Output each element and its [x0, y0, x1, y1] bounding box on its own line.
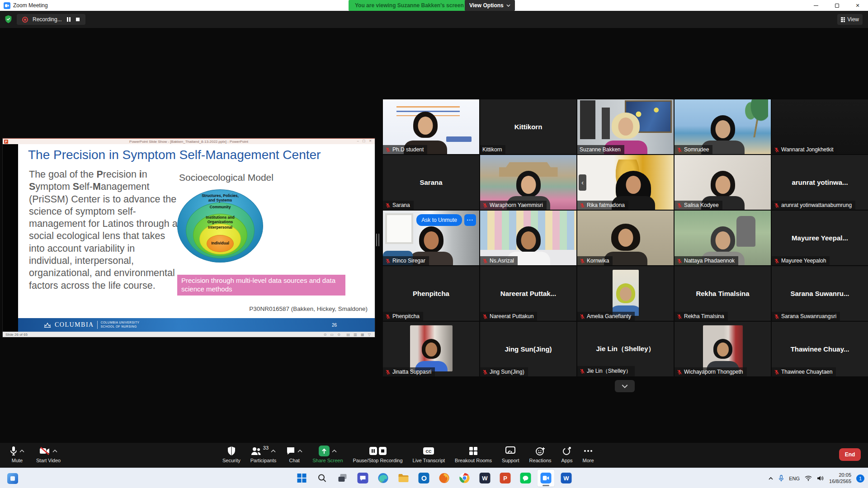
- participant-tile-somrudee[interactable]: Somrudee: [675, 99, 771, 154]
- participant-tile-kornwika[interactable]: Kornwika: [577, 211, 674, 265]
- participant-tile-jing-sun-jing[interactable]: Jing Sun(Jing)Jing Sun(Jing): [480, 322, 576, 376]
- recording-label: Recording...: [33, 16, 62, 23]
- chevron-up-icon[interactable]: [297, 450, 302, 453]
- toolbar-reactions-button[interactable]: Reactions: [529, 445, 552, 463]
- minimize-button[interactable]: [806, 0, 826, 11]
- participant-name-label: Kornwika: [577, 256, 613, 265]
- participant-tile-jie-lin-shelley[interactable]: Jie Lin（Shelley）Jie Lin（Shelley）: [577, 322, 674, 376]
- toolbar-label: Pause/Stop Recording: [353, 458, 403, 463]
- wifi-icon[interactable]: [805, 475, 812, 481]
- toolbar-participants-button[interactable]: 33Participants: [250, 445, 276, 463]
- hidden-icons-chevron[interactable]: [768, 477, 774, 480]
- participant-tile-arunrat-yotinwattanabumrung[interactable]: arunrat yotinwa...arunrat yotinwattanabu…: [772, 155, 868, 210]
- language-indicator[interactable]: ENG: [789, 476, 800, 481]
- taskbar-file-explorer-icon[interactable]: [395, 469, 413, 487]
- powerpoint-status-icons[interactable]: ⊙ ▭ ⊙ ▤ ▥ ▦ ▽: [324, 333, 372, 337]
- avatar: [703, 325, 743, 371]
- powerpoint-title: PowerPoint Slide Show - [Bakken_Thailand…: [129, 140, 248, 144]
- taskbar-chrome-icon[interactable]: [456, 469, 474, 487]
- chevron-up-icon[interactable]: [52, 450, 57, 453]
- toolbar-label: Live Transcript: [413, 458, 445, 463]
- volume-icon[interactable]: [817, 475, 824, 481]
- participant-tile-sarana-suwanruangsri[interactable]: Sarana Suwanru...Sarana Suwanruangsri: [772, 266, 868, 321]
- toolbar-start-video-button[interactable]: Start Video: [36, 445, 61, 463]
- muted-mic-icon: [482, 369, 488, 375]
- panel-resize-handle[interactable]: [376, 234, 379, 246]
- participant-tile-wannarat-jongkhetkit[interactable]: Wannarat Jongkhetkit: [772, 99, 868, 154]
- taskbar-powerpoint-icon[interactable]: P: [496, 469, 514, 487]
- shared-screen: P PowerPoint Slide Show - [Bakken_Thaila…: [3, 138, 375, 337]
- toolbar-apps-button[interactable]: Apps: [561, 445, 573, 463]
- gallery-view-button[interactable]: View: [837, 14, 863, 25]
- participant-tile-salisa-kodyee[interactable]: Salisa Kodyee: [675, 155, 771, 210]
- participant-name-label: Phenpitcha: [383, 312, 423, 321]
- participant-tile-suzanne-bakken[interactable]: Suzanne Bakken: [577, 99, 674, 154]
- toolbar-pause-stop-recording-button[interactable]: Pause/Stop Recording: [353, 445, 403, 463]
- participant-tile-nareerat-puttakun[interactable]: Nareerat Puttak...Nareerat Puttakun: [480, 266, 576, 321]
- participant-tile-ns-asrizal[interactable]: Ns.Asrizal: [480, 211, 576, 265]
- participant-tile-waraphorn-yaemmisri[interactable]: Waraphorn Yaemmisri: [480, 155, 576, 210]
- muted-mic-icon: [385, 258, 391, 264]
- participant-name: Rekha Timalsina: [684, 313, 724, 319]
- taskbar-outlook-icon[interactable]: [415, 469, 433, 487]
- participant-name: Thawinee Chuaytaen: [781, 369, 832, 375]
- toolbar-mute-button[interactable]: Mute: [10, 445, 24, 463]
- stop-recording-button[interactable]: [75, 17, 80, 22]
- windows-taskbar: WPW ENG 20:05 16/8/2565 1: [0, 468, 868, 488]
- participant-name: Amelia Ganefianty: [587, 313, 631, 319]
- restore-button[interactable]: [826, 0, 847, 11]
- participant-name: Somrudee: [684, 146, 709, 153]
- gallery-previous-page-button[interactable]: ‹: [579, 174, 586, 191]
- participant-tile-rekha-timalsina[interactable]: Rekha TimalsinaRekha Timalsina: [675, 266, 771, 321]
- notification-badge[interactable]: 1: [856, 474, 864, 483]
- taskbar-start-icon[interactable]: [293, 469, 311, 487]
- taskbar-zoom-icon[interactable]: [537, 469, 555, 487]
- chevron-down-icon: [506, 4, 510, 7]
- toolbar-label: Reactions: [529, 458, 552, 463]
- toolbar-security-button[interactable]: Security: [222, 445, 241, 463]
- participant-tile-nattaya-phadaennok[interactable]: Nattaya Phadaennok: [675, 211, 771, 265]
- columbia-wordmark: COLUMBIA: [55, 321, 94, 328]
- toolbar-chat-button[interactable]: Chat: [286, 445, 302, 463]
- participant-tile-thawinee-chuaytaen[interactable]: Thawinee Chuay...Thawinee Chuaytaen: [772, 322, 868, 376]
- taskbar-word-icon[interactable]: W: [557, 469, 576, 487]
- participant-tile-rika-fatmadona[interactable]: ‹Rika fatmadona: [577, 155, 674, 210]
- participant-name-label: Rekha Timalsina: [675, 312, 728, 321]
- ask-to-unmute-button[interactable]: Ask to Unmute: [416, 214, 462, 226]
- toolbar-support-button[interactable]: Support: [502, 445, 519, 463]
- participant-tile-phenpitcha[interactable]: PhenpitchaPhenpitcha: [383, 266, 479, 321]
- participant-tile-jinatta-suppasri[interactable]: Jinatta Suppasri: [383, 322, 479, 376]
- toolbar-live-transcript-button[interactable]: CCLive Transcript: [413, 445, 445, 463]
- chevron-up-icon[interactable]: [271, 450, 276, 453]
- toolbar-more-button[interactable]: More: [583, 445, 594, 463]
- powerpoint-icon: P: [4, 140, 8, 144]
- chevron-up-icon[interactable]: [19, 450, 24, 453]
- taskbar-firefox-icon[interactable]: [435, 469, 453, 487]
- taskbar-search-icon[interactable]: [313, 469, 331, 487]
- toolbar-breakout-rooms-button[interactable]: Breakout Rooms: [455, 445, 492, 463]
- taskbar-corner-app-icon[interactable]: [5, 470, 21, 487]
- pause-recording-button[interactable]: [66, 17, 71, 22]
- taskbar-word-dark-icon[interactable]: W: [476, 469, 494, 487]
- participant-tile-amelia-ganefianty[interactable]: Amelia Ganefianty: [577, 266, 674, 321]
- participant-tile-rinco-siregar[interactable]: Ask to Unmute···Rinco Siregar: [383, 211, 479, 265]
- participant-tile-ph-d-student[interactable]: Ph.D student: [383, 99, 479, 154]
- taskbar-task-view-icon[interactable]: [334, 469, 352, 487]
- toolbar-share-screen-button[interactable]: Share Screen: [312, 445, 343, 463]
- clock[interactable]: 20:05 16/8/2565: [829, 472, 851, 485]
- gallery-collapse-button[interactable]: [615, 380, 635, 392]
- taskbar-edge-icon[interactable]: [374, 469, 392, 487]
- taskbar-teams-chat-icon[interactable]: [354, 469, 372, 487]
- participant-name-label: Jinatta Suppasri: [383, 367, 435, 376]
- participant-tile-mayuree-yeepaloh[interactable]: Mayuree Yeepal...Mayuree Yeepaloh: [772, 211, 868, 265]
- tile-more-button[interactable]: ···: [464, 214, 476, 226]
- close-button[interactable]: ✕: [847, 0, 868, 11]
- mic-in-use-icon[interactable]: [778, 475, 784, 482]
- participant-tile-wichayaporn-thongpeth[interactable]: Wichayaporn Thongpeth: [675, 322, 771, 376]
- end-meeting-button[interactable]: End: [839, 448, 861, 461]
- participant-tile-kittikorn[interactable]: KittikornKittikorn: [480, 99, 576, 154]
- view-options-button[interactable]: View Options: [465, 0, 515, 11]
- chevron-up-icon[interactable]: [332, 450, 337, 453]
- taskbar-line-icon[interactable]: [517, 469, 535, 487]
- participant-tile-sarana[interactable]: SaranaSarana: [383, 155, 479, 210]
